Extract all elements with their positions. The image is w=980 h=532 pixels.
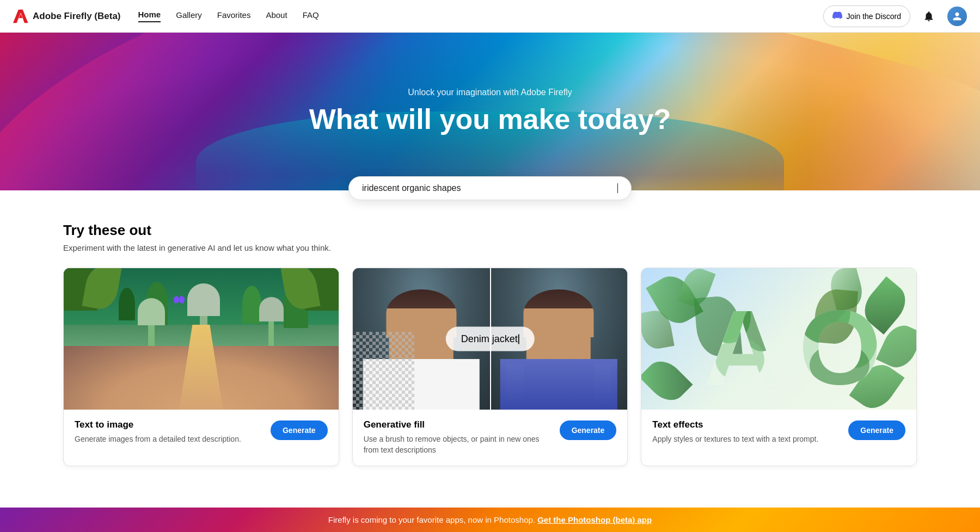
letter-A-svg: A (702, 283, 789, 392)
card1-info: Text to image Generate images from a det… (64, 410, 339, 454)
card2-desc: Use a brush to remove objects, or paint … (364, 434, 551, 456)
card2-cursor (518, 335, 519, 344)
card-generative-fill: Denim jacket Generative fill Use a brush… (352, 268, 628, 466)
card2-floating-label: Denim jacket (446, 327, 535, 351)
discord-label: Join the Discord (847, 12, 901, 21)
card2-title: Generative fill (364, 419, 551, 430)
card2-illustration: Denim jacket (353, 268, 628, 410)
discord-icon (832, 10, 842, 22)
avatar-icon (951, 10, 963, 22)
top-leaves (64, 268, 339, 311)
sleeve-right (594, 364, 611, 410)
face-filled (526, 325, 591, 361)
nav-about[interactable]: About (266, 10, 287, 22)
section-title: Try these out (63, 222, 917, 239)
card3-text: Text effects Apply styles or textures to… (652, 419, 840, 444)
notifications-button[interactable] (919, 7, 939, 26)
checkerboard-pattern (353, 332, 415, 410)
nav-right: Join the Discord (823, 5, 967, 27)
section-subtitle: Experiment with the latest in generative… (63, 243, 917, 252)
search-cursor (617, 183, 618, 193)
avatar-button[interactable] (947, 7, 967, 26)
svg-point-10 (810, 343, 869, 387)
bell-icon (923, 10, 935, 22)
card1-desc: Generate images from a detailed text des… (75, 434, 262, 444)
card-text-to-image: Text to image Generate images from a det… (63, 268, 339, 466)
search-bar[interactable] (348, 176, 632, 200)
card2-image: Denim jacket (353, 268, 628, 410)
app-title: Adobe Firefly (Beta) (33, 11, 121, 22)
butterfly (174, 296, 185, 304)
hero-banner: Unlock your imagination with Adobe Firef… (0, 33, 980, 190)
logo[interactable]: Adobe Firefly (Beta) (13, 9, 121, 24)
card1-illustration (64, 268, 339, 410)
card2-info: Generative fill Use a brush to remove ob… (353, 410, 628, 466)
nav-gallery[interactable]: Gallery (176, 10, 202, 22)
search-container (0, 176, 980, 200)
nav-links: Home Gallery Favorites About FAQ (138, 10, 319, 22)
card1-title: Text to image (75, 419, 262, 430)
hero-subtitle: Unlock your imagination with Adobe Firef… (408, 88, 572, 97)
nav-faq[interactable]: FAQ (303, 10, 319, 22)
card2-text: Generative fill Use a brush to remove ob… (364, 419, 551, 456)
card-text-effects: A (641, 268, 917, 466)
leaf-5 (641, 354, 693, 408)
card1-text: Text to image Generate images from a det… (75, 419, 262, 444)
card3-desc: Apply styles or textures to text with a … (652, 434, 840, 444)
svg-point-5 (715, 338, 764, 381)
hero-content: Unlock your imagination with Adobe Firef… (0, 33, 980, 190)
card3-illustration: A (641, 268, 916, 410)
card3-title: Text effects (652, 419, 840, 430)
letter-O-svg: O (796, 283, 883, 392)
nav-home[interactable]: Home (138, 10, 161, 22)
try-these-out-section: Try these out Experiment with the latest… (0, 200, 980, 488)
cards-grid: Text to image Generate images from a det… (63, 268, 917, 466)
card3-generate-button[interactable]: Generate (848, 420, 905, 440)
hero-title: What will you make today? (309, 104, 671, 135)
letter-O-container: O (796, 283, 883, 394)
letter-A-container: A (702, 283, 789, 394)
card2-generate-button[interactable]: Generate (560, 420, 617, 440)
card1-generate-button[interactable]: Generate (271, 420, 328, 440)
card3-info: Text effects Apply styles or textures to… (641, 410, 916, 454)
sleeve-left (506, 364, 524, 410)
card2-label-text: Denim jacket (461, 333, 518, 344)
card1-image (64, 268, 339, 410)
butterfly-wing-right (178, 296, 186, 304)
navigation: Adobe Firefly (Beta) Home Gallery Favori… (0, 0, 980, 33)
discord-button[interactable]: Join the Discord (823, 5, 910, 27)
adobe-logo-icon (13, 9, 28, 24)
search-input[interactable] (362, 183, 617, 193)
card3-image: A (641, 268, 916, 410)
nav-favorites[interactable]: Favorites (217, 10, 251, 22)
